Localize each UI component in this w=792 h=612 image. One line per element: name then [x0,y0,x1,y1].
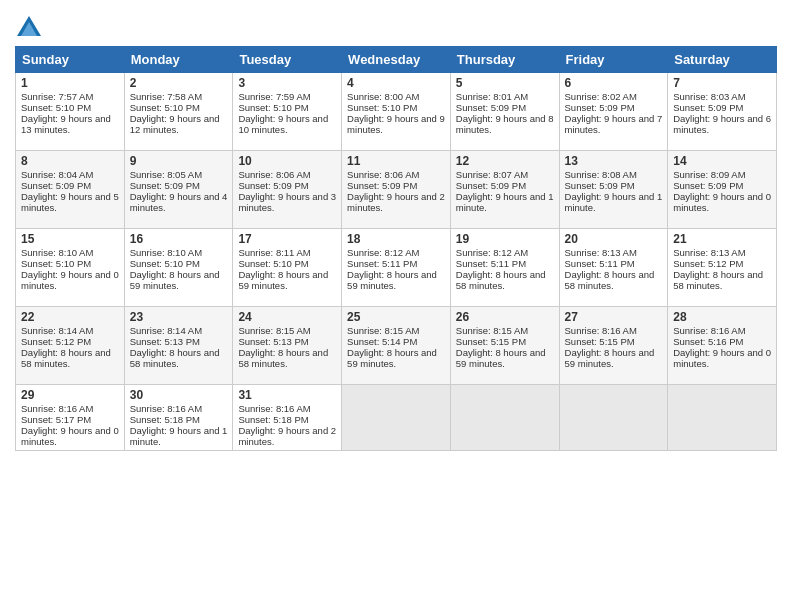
sunset-label: Sunset: 5:11 PM [456,258,526,269]
sunset-label: Sunset: 5:15 PM [565,336,635,347]
sunrise-label: Sunrise: 8:12 AM [456,247,528,258]
sunrise-label: Sunrise: 8:09 AM [673,169,745,180]
daylight-label: Daylight: 9 hours and 12 minutes. [130,113,220,135]
sunset-label: Sunset: 5:10 PM [21,258,91,269]
daylight-label: Daylight: 9 hours and 0 minutes. [21,425,119,447]
sunset-label: Sunset: 5:10 PM [130,258,200,269]
calendar-cell: 10Sunrise: 8:06 AMSunset: 5:09 PMDayligh… [233,151,342,229]
sunrise-label: Sunrise: 8:12 AM [347,247,419,258]
sunrise-label: Sunrise: 8:13 AM [565,247,637,258]
sunset-label: Sunset: 5:14 PM [347,336,417,347]
calendar-header-row: SundayMondayTuesdayWednesdayThursdayFrid… [16,47,777,73]
calendar-cell: 13Sunrise: 8:08 AMSunset: 5:09 PMDayligh… [559,151,668,229]
sunset-label: Sunset: 5:09 PM [238,180,308,191]
calendar-day-header: Friday [559,47,668,73]
sunrise-label: Sunrise: 8:05 AM [130,169,202,180]
sunset-label: Sunset: 5:18 PM [130,414,200,425]
sunset-label: Sunset: 5:16 PM [673,336,743,347]
calendar-cell: 9Sunrise: 8:05 AMSunset: 5:09 PMDaylight… [124,151,233,229]
calendar-cell: 1Sunrise: 7:57 AMSunset: 5:10 PMDaylight… [16,73,125,151]
daylight-label: Daylight: 9 hours and 7 minutes. [565,113,663,135]
sunrise-label: Sunrise: 8:16 AM [565,325,637,336]
day-number: 12 [456,154,554,168]
calendar-cell: 8Sunrise: 8:04 AMSunset: 5:09 PMDaylight… [16,151,125,229]
calendar-cell: 19Sunrise: 8:12 AMSunset: 5:11 PMDayligh… [450,229,559,307]
sunset-label: Sunset: 5:18 PM [238,414,308,425]
daylight-label: Daylight: 9 hours and 2 minutes. [238,425,336,447]
sunset-label: Sunset: 5:15 PM [456,336,526,347]
daylight-label: Daylight: 9 hours and 0 minutes. [673,191,771,213]
day-number: 21 [673,232,771,246]
sunset-label: Sunset: 5:09 PM [673,102,743,113]
sunrise-label: Sunrise: 8:00 AM [347,91,419,102]
calendar-day-header: Wednesday [342,47,451,73]
calendar-table: SundayMondayTuesdayWednesdayThursdayFrid… [15,46,777,451]
day-number: 2 [130,76,228,90]
daylight-label: Daylight: 9 hours and 2 minutes. [347,191,445,213]
calendar-cell: 12Sunrise: 8:07 AMSunset: 5:09 PMDayligh… [450,151,559,229]
day-number: 28 [673,310,771,324]
sunset-label: Sunset: 5:10 PM [238,258,308,269]
day-number: 6 [565,76,663,90]
daylight-label: Daylight: 8 hours and 58 minutes. [673,269,763,291]
day-number: 8 [21,154,119,168]
sunset-label: Sunset: 5:09 PM [456,102,526,113]
daylight-label: Daylight: 8 hours and 59 minutes. [347,269,437,291]
calendar-cell: 29Sunrise: 8:16 AMSunset: 5:17 PMDayligh… [16,385,125,451]
day-number: 13 [565,154,663,168]
sunrise-label: Sunrise: 8:02 AM [565,91,637,102]
sunrise-label: Sunrise: 8:06 AM [238,169,310,180]
calendar-cell: 28Sunrise: 8:16 AMSunset: 5:16 PMDayligh… [668,307,777,385]
day-number: 27 [565,310,663,324]
day-number: 16 [130,232,228,246]
calendar-cell [342,385,451,451]
sunrise-label: Sunrise: 8:10 AM [130,247,202,258]
calendar-cell: 18Sunrise: 8:12 AMSunset: 5:11 PMDayligh… [342,229,451,307]
day-number: 30 [130,388,228,402]
sunset-label: Sunset: 5:09 PM [565,102,635,113]
daylight-label: Daylight: 9 hours and 1 minute. [565,191,663,213]
calendar-cell: 15Sunrise: 8:10 AMSunset: 5:10 PMDayligh… [16,229,125,307]
calendar-cell: 14Sunrise: 8:09 AMSunset: 5:09 PMDayligh… [668,151,777,229]
sunset-label: Sunset: 5:13 PM [130,336,200,347]
calendar-cell: 16Sunrise: 8:10 AMSunset: 5:10 PMDayligh… [124,229,233,307]
calendar-day-header: Tuesday [233,47,342,73]
sunset-label: Sunset: 5:09 PM [21,180,91,191]
sunset-label: Sunset: 5:12 PM [21,336,91,347]
day-number: 23 [130,310,228,324]
day-number: 24 [238,310,336,324]
calendar-cell: 21Sunrise: 8:13 AMSunset: 5:12 PMDayligh… [668,229,777,307]
calendar-cell: 27Sunrise: 8:16 AMSunset: 5:15 PMDayligh… [559,307,668,385]
day-number: 31 [238,388,336,402]
calendar-cell: 6Sunrise: 8:02 AMSunset: 5:09 PMDaylight… [559,73,668,151]
sunset-label: Sunset: 5:09 PM [347,180,417,191]
day-number: 14 [673,154,771,168]
sunset-label: Sunset: 5:09 PM [456,180,526,191]
sunset-label: Sunset: 5:09 PM [673,180,743,191]
calendar-cell: 26Sunrise: 8:15 AMSunset: 5:15 PMDayligh… [450,307,559,385]
sunrise-label: Sunrise: 8:10 AM [21,247,93,258]
daylight-label: Daylight: 9 hours and 10 minutes. [238,113,328,135]
calendar-day-header: Thursday [450,47,559,73]
sunrise-label: Sunrise: 8:15 AM [347,325,419,336]
sunrise-label: Sunrise: 8:08 AM [565,169,637,180]
sunset-label: Sunset: 5:10 PM [21,102,91,113]
sunrise-label: Sunrise: 7:59 AM [238,91,310,102]
day-number: 15 [21,232,119,246]
daylight-label: Daylight: 9 hours and 9 minutes. [347,113,445,135]
day-number: 7 [673,76,771,90]
daylight-label: Daylight: 9 hours and 0 minutes. [21,269,119,291]
sunset-label: Sunset: 5:13 PM [238,336,308,347]
sunrise-label: Sunrise: 8:16 AM [673,325,745,336]
day-number: 1 [21,76,119,90]
sunrise-label: Sunrise: 7:57 AM [21,91,93,102]
sunrise-label: Sunrise: 8:11 AM [238,247,310,258]
daylight-label: Daylight: 8 hours and 59 minutes. [565,347,655,369]
calendar-day-header: Monday [124,47,233,73]
sunrise-label: Sunrise: 8:04 AM [21,169,93,180]
header [15,10,777,42]
sunrise-label: Sunrise: 7:58 AM [130,91,202,102]
day-number: 18 [347,232,445,246]
calendar-day-header: Sunday [16,47,125,73]
day-number: 22 [21,310,119,324]
